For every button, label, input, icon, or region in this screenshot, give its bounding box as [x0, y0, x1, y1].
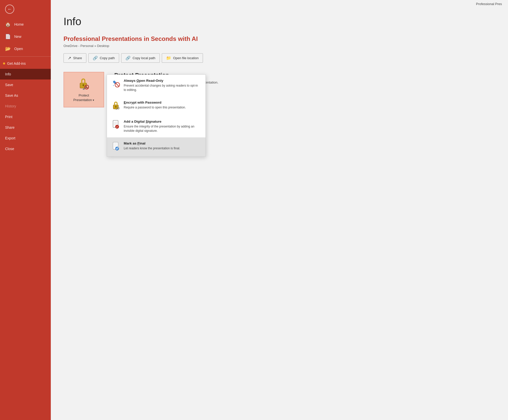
- copy-local-path-button[interactable]: 🔗 Copy local path: [121, 53, 160, 63]
- sidebar-item-save[interactable]: Save: [0, 79, 51, 90]
- file-title: Professional Presentations in Seconds wi…: [64, 35, 495, 42]
- lock-key-icon: [77, 77, 90, 91]
- content-area: Info Professional Presentations in Secon…: [51, 8, 508, 138]
- mark-final-icon: [112, 142, 120, 152]
- back-circle-icon: ←: [5, 5, 14, 14]
- copy-path-icon: 🔗: [93, 56, 98, 60]
- sidebar-item-new[interactable]: 📄 New: [0, 30, 51, 43]
- copy-local-label: Copy local path: [133, 56, 155, 60]
- back-button[interactable]: ←: [0, 0, 51, 18]
- dropdown-item-encrypt[interactable]: Encrypt with Password Require a password…: [107, 96, 205, 116]
- info-sections: Protect Presentation ▾: [64, 72, 495, 128]
- open-file-location-label: Open file location: [173, 56, 199, 60]
- dropdown-item-signature[interactable]: ✓ Add a Digital Signature Ensure the int…: [107, 116, 205, 137]
- dropdown-item-encrypt-text: Encrypt with Password Require a password…: [124, 101, 186, 110]
- dropdown-item-readonly[interactable]: Always Open Read-Only Prevent accidental…: [107, 75, 205, 96]
- digital-signature-icon: ✓: [112, 120, 120, 131]
- sidebar-item-saveas[interactable]: Save As: [0, 90, 51, 101]
- sidebar-item-label: Info: [5, 72, 11, 76]
- share-button[interactable]: ↗ Share: [64, 53, 86, 63]
- svg-rect-15: [116, 107, 116, 108]
- main-content: Professional Pres Info Professional Pres…: [51, 0, 508, 420]
- protect-chevron-icon: ▾: [93, 99, 94, 102]
- lock-key-svg: [77, 77, 90, 90]
- lock-password-icon: [112, 101, 120, 111]
- open-file-location-button[interactable]: 📁 Open file location: [162, 53, 203, 63]
- sidebar-item-print[interactable]: Print: [0, 111, 51, 122]
- share-icon: ↗: [68, 56, 71, 60]
- sidebar-divider: [0, 56, 51, 57]
- sidebar-item-share[interactable]: Share: [0, 122, 51, 133]
- protect-box-label: Protect Presentation ▾: [73, 93, 94, 102]
- sidebar-item-open[interactable]: 📂 Open: [0, 43, 51, 55]
- dropdown-item-final[interactable]: Mark as Final Let readers know the prese…: [107, 137, 205, 156]
- page-title: Info: [64, 15, 495, 28]
- toolbar-buttons: ↗ Share 🔗 Copy path 🔗 Copy local path 📁 …: [64, 53, 495, 63]
- dropdown-item-signature-text: Add a Digital Signature Ensure the integ…: [124, 120, 201, 133]
- svg-line-5: [84, 89, 85, 89]
- open-icon: 📂: [5, 46, 11, 52]
- sidebar-item-label: Share: [5, 125, 14, 130]
- svg-text:✓: ✓: [116, 126, 118, 128]
- share-label: Share: [73, 56, 82, 60]
- folder-icon: 📁: [166, 56, 171, 60]
- sidebar-item-label: Get Add-ins: [7, 61, 26, 66]
- sidebar-item-label: Close: [5, 147, 14, 151]
- sidebar-item-export[interactable]: Export: [0, 133, 51, 143]
- sidebar-item-history[interactable]: History: [0, 101, 51, 111]
- sidebar-item-label: Open: [14, 47, 23, 51]
- new-icon: 📄: [5, 34, 11, 39]
- dropdown-item-readonly-text: Always Open Read-Only Prevent accidental…: [124, 79, 201, 92]
- sidebar-item-home[interactable]: 🏠 Home: [0, 18, 51, 30]
- copy-path-label: Copy path: [100, 56, 115, 60]
- sidebar-item-label: Save: [5, 83, 13, 87]
- protect-dropdown-menu: Always Open Read-Only Prevent accidental…: [107, 74, 206, 157]
- sidebar-item-label: Home: [14, 22, 24, 26]
- sidebar-item-label: Save As: [5, 93, 18, 98]
- svg-marker-10: [113, 85, 114, 86]
- sidebar-item-label: New: [14, 35, 21, 39]
- protect-presentation-box[interactable]: Protect Presentation ▾: [64, 72, 104, 107]
- sidebar-item-label: Print: [5, 115, 12, 119]
- sidebar-item-addins[interactable]: Get Add-ins: [0, 58, 51, 69]
- file-path: OneDrive - Personal » Desktop: [64, 44, 495, 48]
- copy-path-button[interactable]: 🔗 Copy path: [88, 53, 119, 63]
- copy-local-icon: 🔗: [125, 56, 131, 60]
- sidebar-item-info[interactable]: Info: [0, 69, 51, 79]
- home-icon: 🏠: [5, 22, 11, 27]
- window-title: Professional Pres: [476, 2, 502, 6]
- sidebar: ← 🏠 Home 📄 New 📂 Open Get Add-ins Info S…: [0, 0, 51, 420]
- sidebar-item-close[interactable]: Close: [0, 143, 51, 154]
- svg-line-6: [84, 89, 84, 90]
- title-bar: Professional Pres: [51, 0, 508, 8]
- sidebar-item-label: Export: [5, 136, 15, 140]
- pencil-no-icon: [112, 79, 120, 89]
- dropdown-item-final-text: Mark as Final Let readers know the prese…: [124, 141, 180, 151]
- svg-rect-2: [83, 85, 84, 86]
- sidebar-item-label: History: [5, 104, 16, 108]
